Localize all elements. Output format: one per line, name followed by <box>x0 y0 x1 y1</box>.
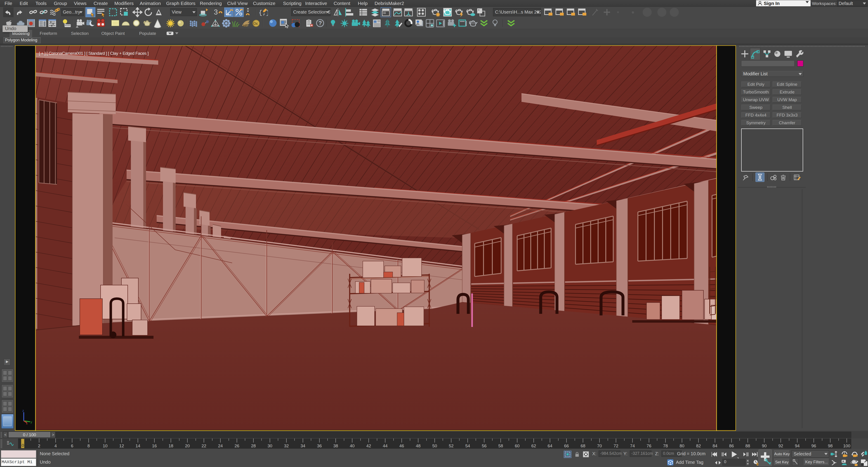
svg-text:HF: HF <box>243 24 248 27</box>
svg-text:y: y <box>31 420 32 424</box>
svg-text:2: 2 <box>38 443 40 448</box>
svg-text:64: 64 <box>548 443 553 448</box>
svg-text:12: 12 <box>119 443 124 448</box>
svg-text:18: 18 <box>168 443 173 448</box>
svg-text:4: 4 <box>55 443 57 448</box>
svg-text:56: 56 <box>482 443 487 448</box>
svg-text:x: x <box>26 421 28 425</box>
svg-text:38: 38 <box>333 443 338 448</box>
svg-text:66: 66 <box>564 443 569 448</box>
svg-text:3: 3 <box>214 8 218 16</box>
svg-text:50: 50 <box>432 443 437 448</box>
svg-text:90: 90 <box>762 443 767 448</box>
svg-text:26: 26 <box>235 443 239 448</box>
svg-text:58: 58 <box>498 443 503 448</box>
svg-text:32: 32 <box>284 443 289 448</box>
svg-text:0x: 0x <box>253 21 258 26</box>
svg-text:10: 10 <box>103 443 107 448</box>
svg-text:8: 8 <box>88 443 90 448</box>
svg-text:14: 14 <box>135 443 141 448</box>
svg-text:48: 48 <box>416 443 421 448</box>
svg-text:46: 46 <box>399 443 404 448</box>
svg-text:76: 76 <box>647 443 651 448</box>
svg-text:{;}: {;} <box>258 9 268 17</box>
svg-text:44: 44 <box>383 443 388 448</box>
svg-text:86: 86 <box>729 443 734 448</box>
svg-text:68: 68 <box>581 443 585 448</box>
svg-text:62: 62 <box>531 443 536 448</box>
svg-text:6: 6 <box>71 443 73 448</box>
svg-text:82: 82 <box>696 443 701 448</box>
svg-text:34: 34 <box>301 443 305 448</box>
svg-text:42: 42 <box>366 443 371 448</box>
svg-text:98: 98 <box>828 443 833 448</box>
svg-text:16: 16 <box>152 443 157 448</box>
svg-text:52: 52 <box>449 443 454 448</box>
svg-text:[ + ] [ CoronaCamera001 ] [ St: [ + ] [ CoronaCamera001 ] [ Standard ] [… <box>39 51 149 56</box>
svg-text:88: 88 <box>745 443 750 448</box>
svg-text:40: 40 <box>350 443 354 448</box>
svg-text:54: 54 <box>465 443 470 448</box>
svg-text:80: 80 <box>680 443 684 448</box>
svg-text:z: z <box>22 409 24 412</box>
svg-text:22: 22 <box>202 443 206 448</box>
svg-text:84: 84 <box>712 443 717 448</box>
svg-text:74: 74 <box>630 443 635 448</box>
svg-text:20: 20 <box>185 443 190 448</box>
svg-text:24: 24 <box>218 443 223 448</box>
svg-text:100: 100 <box>843 443 850 448</box>
svg-text:?: ? <box>318 20 322 26</box>
svg-text:30: 30 <box>268 443 272 448</box>
svg-text:96: 96 <box>811 443 816 448</box>
svg-text:28: 28 <box>251 443 256 448</box>
svg-text:94: 94 <box>795 443 800 448</box>
svg-text:36: 36 <box>317 443 322 448</box>
svg-text:70: 70 <box>597 443 602 448</box>
svg-text:60: 60 <box>515 443 520 448</box>
svg-text:72: 72 <box>614 443 618 448</box>
svg-text:78: 78 <box>663 443 668 448</box>
svg-text:92: 92 <box>778 443 783 448</box>
